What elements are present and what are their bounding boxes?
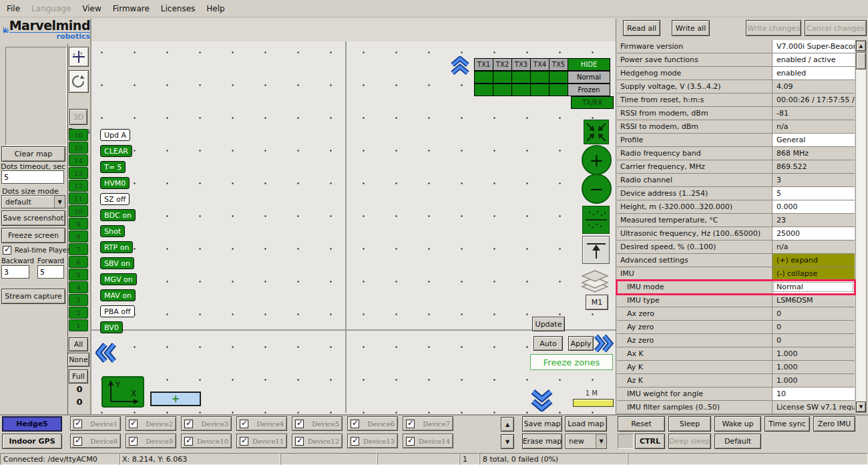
settings-row[interactable]: Desired speed, % (0..100) n/a: [617, 241, 855, 254]
settings-row[interactable]: Device address (1..254) 5: [617, 187, 855, 200]
device-checkbox[interactable]: [295, 420, 304, 428]
device-toggle[interactable]: Device12: [292, 434, 343, 448]
setting-value[interactable]: (-) collapse: [772, 267, 855, 280]
save-screenshot-button[interactable]: Save screenshot: [1, 210, 65, 226]
setting-value[interactable]: V7.000i Super-Beacon: [772, 40, 855, 53]
device-checkbox[interactable]: [351, 420, 359, 428]
floor-button[interactable]: 13: [69, 167, 88, 179]
tx-txrx-button[interactable]: TX/RX: [571, 96, 614, 109]
floor-button[interactable]: 8: [69, 230, 88, 243]
settings-row[interactable]: Ay K 1.000: [617, 361, 855, 374]
upload-button[interactable]: [582, 236, 610, 264]
floor-button[interactable]: 15: [69, 142, 88, 154]
tx-header-cell[interactable]: TX4: [530, 58, 550, 71]
floor-button[interactable]: 16: [69, 129, 88, 141]
settings-row[interactable]: Profile General: [617, 134, 855, 147]
stream-capture-button[interactable]: Stream capture: [1, 289, 65, 304]
floor-button[interactable]: 10: [69, 205, 88, 217]
apply-button[interactable]: Apply: [568, 336, 594, 351]
map-toggle-button[interactable]: SBV on: [100, 257, 134, 269]
device-checkbox[interactable]: [240, 420, 248, 428]
layers-button[interactable]: [579, 269, 611, 294]
device-scroll-down-icon[interactable]: ▼: [501, 434, 514, 449]
floor-button[interactable]: 11: [69, 192, 88, 204]
settings-row[interactable]: Ax K 1.000: [617, 347, 855, 361]
floor-button[interactable]: 14: [69, 154, 88, 166]
floor-button[interactable]: 12: [69, 180, 88, 192]
settings-row[interactable]: IMU (-) collapse: [617, 267, 855, 281]
map-toggle-button[interactable]: RTP on: [100, 241, 133, 253]
map-toggle-button[interactable]: MAV on: [100, 289, 136, 301]
device-toggle[interactable]: Device2: [126, 416, 176, 431]
settings-row[interactable]: Firmware version V7.000i Super-Beacon: [617, 40, 855, 53]
setting-value[interactable]: n/a: [772, 241, 855, 253]
wake-up-button[interactable]: Wake up: [714, 416, 761, 432]
floors-all-button[interactable]: All: [69, 337, 88, 351]
freeze-zones-button[interactable]: Freeze zones: [530, 354, 613, 370]
dots-size-mode-select[interactable]: default ▼: [1, 195, 65, 208]
3d-view-button[interactable]: 3D: [69, 109, 87, 125]
setting-value[interactable]: License SW v7.1 requi: [772, 401, 855, 414]
map-toggle-button[interactable]: T= 5: [100, 161, 126, 173]
map-toggle-button[interactable]: Shot: [100, 225, 125, 237]
map-toggle-button[interactable]: CLEAR: [100, 145, 132, 157]
read-all-button[interactable]: Read all: [623, 20, 660, 36]
setting-value[interactable]: (+) expand: [772, 254, 855, 267]
settings-row[interactable]: RSSI to modem, dBm n/a: [617, 120, 855, 134]
settings-row[interactable]: Measured temperature, °C 23: [617, 214, 855, 227]
device-checkbox[interactable]: [351, 437, 359, 446]
floor-button[interactable]: 6: [69, 256, 88, 268]
device-toggle[interactable]: Device4: [236, 416, 287, 431]
cancel-changes-button[interactable]: Cancel changes: [805, 20, 867, 36]
setting-value[interactable]: 869.522: [772, 160, 855, 173]
forward-input[interactable]: [37, 265, 64, 279]
realtime-player-checkbox[interactable]: [3, 246, 11, 255]
setting-value[interactable]: LSM6DSM: [772, 294, 855, 307]
menu-item[interactable]: Help: [206, 4, 224, 13]
setting-value[interactable]: enabled: [772, 67, 855, 80]
settings-row[interactable]: Supply voltage, V (3.5..4.2) 4.09: [617, 80, 855, 94]
write-all-button[interactable]: Write all: [672, 20, 710, 36]
device-toggle[interactable]: Device13: [347, 434, 398, 448]
device-checkbox[interactable]: [129, 437, 138, 446]
freeze-screen-button[interactable]: Freeze screen: [1, 228, 65, 243]
deep-sleep-button[interactable]: Deep sleep: [668, 434, 711, 449]
setting-value[interactable]: 0: [772, 321, 855, 333]
settings-row[interactable]: Radio frequency band 868 MHz: [617, 147, 855, 160]
device-checkbox[interactable]: [184, 437, 193, 446]
setting-value[interactable]: 1.000: [772, 374, 855, 387]
scrollbar-thumb[interactable]: [856, 52, 866, 69]
settings-row[interactable]: Advanced settings (+) expand: [617, 254, 855, 267]
floor-button[interactable]: 4: [69, 281, 88, 293]
device-toggle[interactable]: Device5: [292, 416, 343, 431]
default-button[interactable]: Default: [714, 434, 761, 449]
device-checkbox[interactable]: [406, 420, 415, 428]
settings-row[interactable]: Ultrasonic frequency, Hz (100..65000) 25…: [617, 227, 855, 241]
backward-input[interactable]: [1, 265, 29, 279]
ctrl-button[interactable]: CTRL: [635, 434, 665, 449]
reset-button[interactable]: Reset: [618, 416, 665, 432]
settings-row[interactable]: Ax zero 0: [617, 307, 855, 321]
zero-imu-button[interactable]: Zero IMU: [813, 416, 855, 432]
device-toggle[interactable]: Device1: [70, 416, 121, 431]
xy-axes-tool-button[interactable]: xy: [69, 47, 89, 67]
scrollbar-down-icon[interactable]: ▼: [856, 402, 866, 412]
settings-row[interactable]: Az K 1.000: [617, 374, 855, 388]
time-sync-button[interactable]: Time sync: [765, 416, 810, 432]
device-toggle[interactable]: Device11: [236, 434, 287, 448]
m1-button[interactable]: M1: [586, 295, 608, 310]
settings-row[interactable]: Ay zero 0: [617, 321, 855, 334]
settings-row[interactable]: IMU mode Normal: [617, 281, 855, 294]
setting-value[interactable]: Normal: [772, 281, 855, 293]
device-toggle[interactable]: Device8: [70, 434, 121, 448]
tx-normal-button[interactable]: Normal: [568, 71, 610, 84]
settings-row[interactable]: Time from reset, h:m:s 00:00:26 / 17:57:…: [617, 94, 855, 107]
menu-item[interactable]: Language: [31, 4, 71, 13]
tx-header-cell[interactable]: TX1: [474, 58, 493, 71]
device-toggle[interactable]: Device6: [347, 416, 398, 431]
save-map-button[interactable]: Save map: [522, 416, 562, 432]
setting-value[interactable]: 1.000: [772, 347, 855, 360]
setting-value[interactable]: enabled / active: [772, 53, 855, 66]
tx-hide-button[interactable]: HIDE: [568, 58, 610, 71]
menu-item[interactable]: Licenses: [161, 4, 196, 13]
